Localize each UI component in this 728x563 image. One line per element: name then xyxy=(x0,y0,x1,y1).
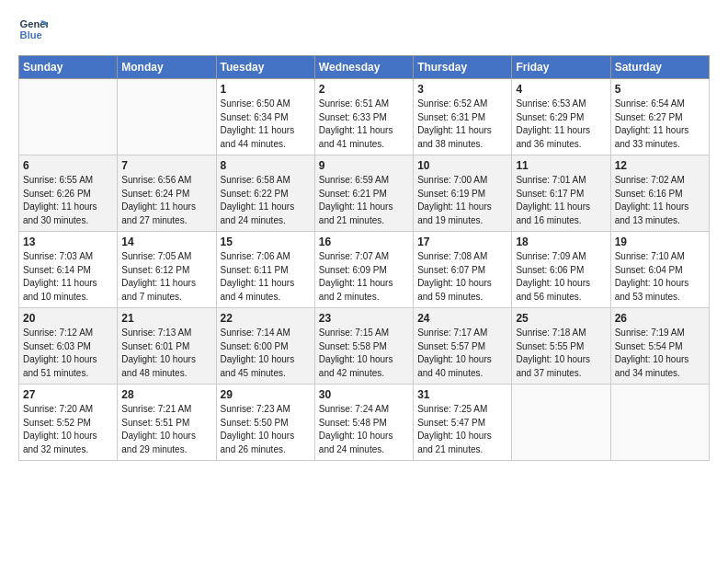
weekday-header-cell: Monday xyxy=(118,56,216,79)
calendar-day-cell: 27Sunrise: 7:20 AM Sunset: 5:52 PM Dayli… xyxy=(19,385,118,461)
calendar-day-cell xyxy=(512,385,610,461)
day-number: 26 xyxy=(615,312,705,325)
calendar-day-cell xyxy=(19,79,118,155)
day-number: 18 xyxy=(516,236,606,248)
day-number: 25 xyxy=(516,312,606,325)
calendar-day-cell: 26Sunrise: 7:19 AM Sunset: 5:54 PM Dayli… xyxy=(610,308,709,385)
calendar-week-row: 13Sunrise: 7:03 AM Sunset: 6:14 PM Dayli… xyxy=(19,232,710,308)
day-info: Sunrise: 7:20 AM Sunset: 5:52 PM Dayligh… xyxy=(23,403,113,456)
calendar-day-cell: 7Sunrise: 6:56 AM Sunset: 6:24 PM Daylig… xyxy=(118,155,216,232)
logo: General Blue xyxy=(18,15,51,44)
calendar-day-cell: 30Sunrise: 7:24 AM Sunset: 5:48 PM Dayli… xyxy=(314,385,413,461)
calendar-day-cell: 12Sunrise: 7:02 AM Sunset: 6:16 PM Dayli… xyxy=(610,155,709,232)
day-number: 28 xyxy=(121,388,211,401)
weekday-header-cell: Saturday xyxy=(610,56,709,79)
day-info: Sunrise: 7:09 AM Sunset: 6:06 PM Dayligh… xyxy=(516,250,606,304)
calendar-day-cell: 29Sunrise: 7:23 AM Sunset: 5:50 PM Dayli… xyxy=(216,385,314,461)
day-number: 2 xyxy=(319,83,409,96)
calendar-week-row: 20Sunrise: 7:12 AM Sunset: 6:03 PM Dayli… xyxy=(19,308,710,385)
calendar-day-cell: 13Sunrise: 7:03 AM Sunset: 6:14 PM Dayli… xyxy=(19,232,118,308)
day-info: Sunrise: 7:06 AM Sunset: 6:11 PM Dayligh… xyxy=(221,250,311,304)
day-info: Sunrise: 7:23 AM Sunset: 5:50 PM Dayligh… xyxy=(221,403,311,456)
calendar-day-cell: 4Sunrise: 6:53 AM Sunset: 6:29 PM Daylig… xyxy=(512,79,610,155)
calendar-day-cell: 15Sunrise: 7:06 AM Sunset: 6:11 PM Dayli… xyxy=(216,232,314,308)
day-number: 11 xyxy=(516,159,606,172)
day-info: Sunrise: 7:05 AM Sunset: 6:12 PM Dayligh… xyxy=(121,250,211,304)
day-number: 16 xyxy=(319,236,409,248)
day-number: 29 xyxy=(221,388,311,401)
calendar-week-row: 27Sunrise: 7:20 AM Sunset: 5:52 PM Dayli… xyxy=(19,385,710,461)
day-number: 12 xyxy=(615,159,705,172)
calendar-day-cell: 14Sunrise: 7:05 AM Sunset: 6:12 PM Dayli… xyxy=(118,232,216,308)
day-info: Sunrise: 7:08 AM Sunset: 6:07 PM Dayligh… xyxy=(417,250,507,304)
svg-text:Blue: Blue xyxy=(20,29,42,40)
day-number: 7 xyxy=(121,159,211,172)
day-number: 27 xyxy=(23,388,113,401)
calendar-day-cell: 3Sunrise: 6:52 AM Sunset: 6:31 PM Daylig… xyxy=(414,79,512,155)
calendar-day-cell: 5Sunrise: 6:54 AM Sunset: 6:27 PM Daylig… xyxy=(610,79,709,155)
day-info: Sunrise: 6:59 AM Sunset: 6:21 PM Dayligh… xyxy=(319,174,409,227)
svg-text:General: General xyxy=(20,18,48,29)
day-number: 3 xyxy=(417,83,507,96)
day-number: 6 xyxy=(23,159,113,172)
day-info: Sunrise: 7:13 AM Sunset: 6:01 PM Dayligh… xyxy=(121,327,211,380)
weekday-header-cell: Sunday xyxy=(19,56,118,79)
day-number: 8 xyxy=(221,159,311,172)
calendar-day-cell: 19Sunrise: 7:10 AM Sunset: 6:04 PM Dayli… xyxy=(610,232,709,308)
weekday-header-cell: Friday xyxy=(512,56,610,79)
day-info: Sunrise: 7:10 AM Sunset: 6:04 PM Dayligh… xyxy=(615,250,705,304)
day-info: Sunrise: 6:50 AM Sunset: 6:34 PM Dayligh… xyxy=(221,98,311,151)
calendar-day-cell: 8Sunrise: 6:58 AM Sunset: 6:22 PM Daylig… xyxy=(216,155,314,232)
day-info: Sunrise: 7:25 AM Sunset: 5:47 PM Dayligh… xyxy=(417,403,507,456)
day-info: Sunrise: 7:24 AM Sunset: 5:48 PM Dayligh… xyxy=(319,403,409,456)
calendar-week-row: 6Sunrise: 6:55 AM Sunset: 6:26 PM Daylig… xyxy=(19,155,710,232)
day-number: 22 xyxy=(221,312,311,325)
calendar-body: 1Sunrise: 6:50 AM Sunset: 6:34 PM Daylig… xyxy=(19,79,710,461)
day-number: 23 xyxy=(319,312,409,325)
calendar-day-cell: 28Sunrise: 7:21 AM Sunset: 5:51 PM Dayli… xyxy=(118,385,216,461)
day-number: 5 xyxy=(615,83,705,96)
calendar-day-cell: 6Sunrise: 6:55 AM Sunset: 6:26 PM Daylig… xyxy=(19,155,118,232)
day-number: 20 xyxy=(23,312,113,325)
calendar-day-cell: 16Sunrise: 7:07 AM Sunset: 6:09 PM Dayli… xyxy=(314,232,413,308)
day-number: 13 xyxy=(23,236,113,248)
day-info: Sunrise: 6:58 AM Sunset: 6:22 PM Dayligh… xyxy=(221,174,311,227)
calendar-day-cell: 17Sunrise: 7:08 AM Sunset: 6:07 PM Dayli… xyxy=(414,232,512,308)
calendar-day-cell: 11Sunrise: 7:01 AM Sunset: 6:17 PM Dayli… xyxy=(512,155,610,232)
day-info: Sunrise: 7:12 AM Sunset: 6:03 PM Dayligh… xyxy=(23,327,113,380)
day-info: Sunrise: 7:17 AM Sunset: 5:57 PM Dayligh… xyxy=(417,327,507,380)
day-info: Sunrise: 7:14 AM Sunset: 6:00 PM Dayligh… xyxy=(221,327,311,380)
weekday-header-cell: Tuesday xyxy=(216,56,314,79)
day-info: Sunrise: 7:15 AM Sunset: 5:58 PM Dayligh… xyxy=(319,327,409,380)
day-info: Sunrise: 6:55 AM Sunset: 6:26 PM Dayligh… xyxy=(23,174,113,227)
calendar-day-cell: 21Sunrise: 7:13 AM Sunset: 6:01 PM Dayli… xyxy=(118,308,216,385)
calendar-day-cell: 9Sunrise: 6:59 AM Sunset: 6:21 PM Daylig… xyxy=(314,155,413,232)
calendar-day-cell: 20Sunrise: 7:12 AM Sunset: 6:03 PM Dayli… xyxy=(19,308,118,385)
calendar-day-cell: 25Sunrise: 7:18 AM Sunset: 5:55 PM Dayli… xyxy=(512,308,610,385)
calendar-day-cell: 18Sunrise: 7:09 AM Sunset: 6:06 PM Dayli… xyxy=(512,232,610,308)
day-number: 10 xyxy=(417,159,507,172)
day-number: 9 xyxy=(319,159,409,172)
calendar-day-cell: 24Sunrise: 7:17 AM Sunset: 5:57 PM Dayli… xyxy=(414,308,512,385)
day-number: 19 xyxy=(615,236,705,248)
day-info: Sunrise: 7:19 AM Sunset: 5:54 PM Dayligh… xyxy=(615,327,705,380)
day-info: Sunrise: 7:01 AM Sunset: 6:17 PM Dayligh… xyxy=(516,174,606,227)
calendar-table: SundayMondayTuesdayWednesdayThursdayFrid… xyxy=(18,55,710,461)
day-info: Sunrise: 6:54 AM Sunset: 6:27 PM Dayligh… xyxy=(615,98,705,151)
day-info: Sunrise: 7:02 AM Sunset: 6:16 PM Dayligh… xyxy=(615,174,705,227)
day-number: 1 xyxy=(221,83,311,96)
day-number: 14 xyxy=(121,236,211,248)
day-number: 17 xyxy=(417,236,507,248)
day-number: 15 xyxy=(221,236,311,248)
calendar-day-cell: 22Sunrise: 7:14 AM Sunset: 6:00 PM Dayli… xyxy=(216,308,314,385)
weekday-header-cell: Thursday xyxy=(414,56,512,79)
page-header: General Blue xyxy=(18,15,710,44)
day-info: Sunrise: 6:52 AM Sunset: 6:31 PM Dayligh… xyxy=(417,98,507,151)
day-info: Sunrise: 6:56 AM Sunset: 6:24 PM Dayligh… xyxy=(121,174,211,227)
calendar-day-cell: 1Sunrise: 6:50 AM Sunset: 6:34 PM Daylig… xyxy=(216,79,314,155)
calendar-day-cell: 23Sunrise: 7:15 AM Sunset: 5:58 PM Dayli… xyxy=(314,308,413,385)
day-number: 24 xyxy=(417,312,507,325)
calendar-day-cell: 2Sunrise: 6:51 AM Sunset: 6:33 PM Daylig… xyxy=(314,79,413,155)
day-info: Sunrise: 6:53 AM Sunset: 6:29 PM Dayligh… xyxy=(516,98,606,151)
day-number: 21 xyxy=(121,312,211,325)
